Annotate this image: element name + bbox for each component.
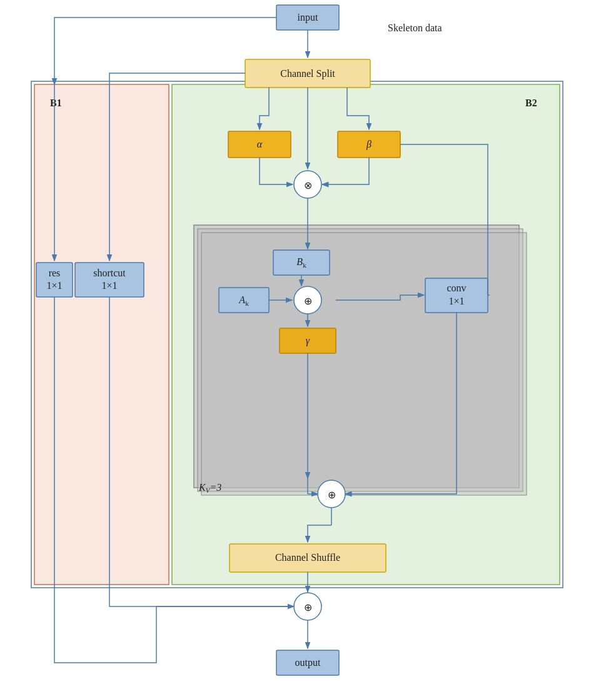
shortcut-size-label: 1×1 — [101, 280, 117, 291]
output-label: output — [295, 657, 321, 668]
diagram-container: B1 B2 Skeleton data input Channel Split … — [0, 0, 616, 699]
alpha-label: α — [257, 139, 263, 149]
channel-shuffle-label: Channel Shuffle — [275, 552, 340, 563]
b2-label: B2 — [525, 98, 537, 108]
svg-text:⊕: ⊕ — [304, 296, 312, 306]
kv-label: KV=3 — [198, 482, 221, 494]
svg-rect-3 — [201, 233, 527, 495]
svg-text:⊕: ⊕ — [328, 490, 336, 500]
shortcut-label: shortcut — [93, 268, 126, 278]
conv-size-label: 1×1 — [448, 296, 464, 306]
beta-label: β — [366, 139, 371, 150]
svg-text:⊗: ⊗ — [304, 180, 312, 191]
gamma-label: γ — [306, 335, 310, 346]
b1-label: B1 — [50, 98, 62, 108]
res-size-label: 1×1 — [46, 280, 62, 291]
svg-text:⊕: ⊕ — [304, 602, 312, 613]
channel-split-label: Channel Split — [280, 68, 335, 79]
conv-label: conv — [447, 283, 466, 293]
skeleton-data-label: Skeleton data — [388, 23, 442, 33]
res-label: res — [49, 268, 61, 278]
input-label: input — [298, 12, 318, 23]
